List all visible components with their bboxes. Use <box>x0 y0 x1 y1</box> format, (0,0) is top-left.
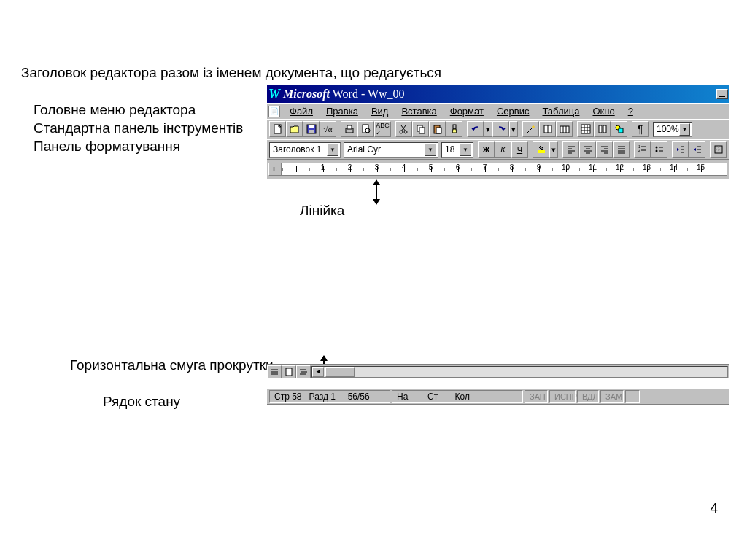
format-painter-button[interactable] <box>446 121 462 137</box>
spellcheck-button[interactable]: ABC✓ <box>374 121 391 137</box>
minimize-button[interactable] <box>716 89 728 99</box>
redo-button[interactable] <box>492 121 509 137</box>
svg-point-27 <box>616 125 620 130</box>
svg-rect-5 <box>347 125 352 129</box>
undo-dd[interactable]: ▾ <box>484 121 492 137</box>
svg-rect-25 <box>599 125 602 133</box>
window-titlebar: W Microsoft Word - Ww_00 <box>267 85 729 103</box>
svg-rect-2 <box>309 125 314 128</box>
justify-icon <box>616 144 627 155</box>
italic-button[interactable]: К <box>495 141 511 158</box>
label-statusbar: Рядок стану <box>103 394 180 410</box>
scroll-thumb[interactable] <box>325 367 355 377</box>
ruler[interactable]: L 1 2 3 4 5 6 7 8 9 10 11 12 13 14 15 <box>267 160 729 179</box>
cut-button[interactable] <box>395 121 412 137</box>
print-icon <box>344 124 355 134</box>
ruler-tab-button[interactable]: L <box>268 163 282 176</box>
svg-rect-6 <box>363 125 368 133</box>
svg-point-50 <box>655 147 657 149</box>
sqrt-button[interactable]: √α <box>320 121 336 137</box>
svg-rect-0 <box>274 125 281 133</box>
svg-point-8 <box>400 131 403 133</box>
show-chars-button[interactable]: ¶ <box>632 121 649 137</box>
menu-window[interactable]: Окно <box>586 104 621 118</box>
open-button[interactable] <box>286 121 303 137</box>
redo-icon <box>496 124 506 134</box>
align-left-button[interactable] <box>562 141 579 158</box>
status-ext[interactable]: ВДЛ <box>577 390 599 403</box>
formatting-toolbar: Заголовок 1▼ Arial Cyr▼ 18▼ Ж К Ч ▾ 12 <box>267 139 729 160</box>
label-std-toolbar: Стандартна панель інструментів <box>34 120 243 136</box>
view-scroll-bar: ◄ <box>267 364 729 378</box>
menu-tools[interactable]: Сервис <box>490 104 536 118</box>
columns-icon <box>597 124 608 134</box>
increase-indent-button[interactable] <box>689 141 705 158</box>
menubar: 📄 Файл Правка Вид Вставка Формат Сервис … <box>267 103 729 119</box>
redo-dd[interactable]: ▾ <box>509 121 518 137</box>
preview-button[interactable] <box>357 121 374 137</box>
status-trk[interactable]: ИСПР <box>549 390 576 403</box>
chevron-down-icon: ▼ <box>425 144 436 156</box>
font-size-combo[interactable]: 18▼ <box>441 142 473 158</box>
ruler-scale[interactable]: 1 2 3 4 5 6 7 8 9 10 11 12 13 14 15 <box>282 163 727 176</box>
align-right-button[interactable] <box>596 141 613 158</box>
numbered-list-button[interactable]: 12 <box>634 141 651 158</box>
svg-rect-12 <box>434 125 440 133</box>
horizontal-scrollbar[interactable]: ◄ <box>311 366 728 378</box>
new-button[interactable] <box>269 121 286 137</box>
ruler-pointer-arrow <box>376 180 377 204</box>
standard-toolbar: √α ABC✓ ▾ ▾ ¶ 100%▼ <box>267 119 729 139</box>
font-combo[interactable]: Arial Cyr▼ <box>344 142 438 158</box>
label-menu: Головне меню редактора <box>34 102 196 118</box>
outline-view-button[interactable] <box>296 365 311 378</box>
bold-button[interactable]: Ж <box>478 141 495 158</box>
insert-worksheet-button[interactable] <box>577 121 594 137</box>
zoom-combo[interactable]: 100%▼ <box>653 122 692 137</box>
svg-rect-10 <box>417 125 422 131</box>
columns-button[interactable] <box>594 121 611 137</box>
label-ruler: Лінійка <box>300 203 344 219</box>
menu-insert[interactable]: Вставка <box>395 104 443 118</box>
table-insert-icon <box>560 124 570 134</box>
svg-rect-20 <box>581 125 590 133</box>
chevron-down-icon: ▼ <box>460 144 471 156</box>
insert-address-button[interactable] <box>539 121 556 137</box>
svg-rect-14 <box>453 125 456 129</box>
bullet-list-button[interactable] <box>651 141 667 158</box>
highlight-dd[interactable]: ▾ <box>549 141 558 158</box>
highlight-button[interactable] <box>533 141 549 158</box>
page-layout-view-button[interactable] <box>282 365 296 378</box>
svg-rect-60 <box>715 146 722 153</box>
menu-format[interactable]: Формат <box>444 104 490 118</box>
menu-view[interactable]: Вид <box>365 104 395 118</box>
borders-icon <box>713 144 724 155</box>
status-ovr[interactable]: ЗАМ <box>600 390 624 403</box>
menu-table[interactable]: Таблица <box>535 104 586 118</box>
drawing-button[interactable] <box>611 121 627 137</box>
save-button[interactable] <box>303 121 320 137</box>
menu-file[interactable]: Файл <box>283 104 320 118</box>
status-rec[interactable]: ЗАП <box>525 390 548 403</box>
style-combo[interactable]: Заголовок 1▼ <box>269 142 341 158</box>
decrease-indent-button[interactable] <box>672 141 689 158</box>
copy-button[interactable] <box>412 121 429 137</box>
underline-button[interactable]: Ч <box>511 141 528 158</box>
normal-view-button[interactable] <box>267 365 282 378</box>
svg-point-9 <box>404 131 407 133</box>
insert-table-button[interactable] <box>556 121 573 137</box>
menu-edit[interactable]: Правка <box>320 104 365 118</box>
undo-button[interactable] <box>467 121 484 137</box>
justify-button[interactable] <box>613 141 630 158</box>
doc-icon[interactable]: 📄 <box>268 106 280 117</box>
chevron-down-icon: ▼ <box>679 123 690 136</box>
svg-text:1: 1 <box>638 144 640 149</box>
svg-rect-26 <box>603 125 606 133</box>
borders-button[interactable] <box>710 141 727 158</box>
menu-help[interactable]: ? <box>622 104 640 118</box>
status-extra <box>625 390 640 403</box>
print-button[interactable] <box>341 121 357 137</box>
align-center-button[interactable] <box>579 141 596 158</box>
autoformat-button[interactable] <box>522 121 539 137</box>
scroll-left-button[interactable]: ◄ <box>312 367 324 377</box>
paste-button[interactable] <box>429 121 446 137</box>
